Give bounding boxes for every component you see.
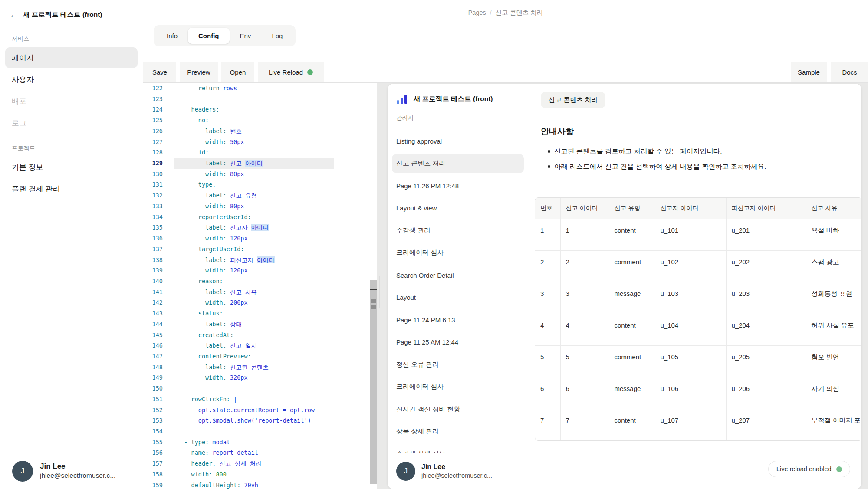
account-info[interactable]: J Jin Lee jhlee@selectfromuser.c... [0,453,143,489]
code-line[interactable]: 141 label: 신고 사유 [143,287,377,298]
code-line[interactable]: 127 width: 50px [143,137,377,148]
table-row[interactable]: 11contentu_101u_201욕설 비하 [535,219,861,250]
sidebar-item[interactable]: 페이지 [5,47,138,68]
save-button[interactable]: Save [143,62,176,82]
code-line[interactable]: 149 width: 320px [143,372,377,383]
code-line[interactable]: 145 createdAt: [143,330,377,341]
tab-config[interactable]: Config [188,28,229,44]
live-reload-button[interactable]: Live Reload [258,62,324,82]
notice-item: 신고된 콘텐츠를 검토하고 처리할 수 있는 페이지입니다. [541,147,766,156]
preview-menu-item[interactable]: 수강생 상세 정보 [392,444,524,453]
sidebar-item[interactable]: 사용자 [5,69,138,90]
code-line[interactable]: 134 reporterUserId: [143,212,377,223]
code-text: header: 신고 상세 처리 [174,458,334,469]
code-text: name: report-detail [174,447,334,458]
code-line[interactable]: 159 defaultHeight: 70vh [143,480,377,489]
code-line[interactable]: 140 reason: [143,276,377,287]
tab-env[interactable]: Env [230,28,262,44]
breadcrumb-section[interactable]: Pages [468,9,486,16]
sidebar-item[interactable]: 배포 [5,91,138,112]
code-line[interactable]: 144 label: 상태 [143,319,377,330]
preview-menu-item[interactable]: 실시간 객실 정비 현황 [392,400,524,419]
docs-button[interactable]: Docs [831,62,868,82]
code-line[interactable]: 150 [143,383,377,394]
user-email: jhlee@selectfromuser.c... [421,472,492,480]
code-line[interactable]: 148 label: 신고된 콘텐츠 [143,362,377,373]
table-row[interactable]: 66messageu_106u_206사기 의심 [535,377,861,409]
preview-menu-item[interactable]: 크리에이터 심사 [392,377,524,397]
table-row[interactable]: 22commentu_102u_202스팸 광고 [535,250,861,282]
sidebar-item[interactable]: 기본 정보 [5,157,138,177]
code-line[interactable]: 133 width: 80px [143,201,377,212]
tab-info[interactable]: Info [156,28,188,44]
preview-button[interactable]: Preview [180,62,218,82]
panel-resize-handle[interactable] [379,276,381,308]
preview-menu-item[interactable]: Listing approval [392,131,524,151]
preview-menu-item[interactable]: 수강생 관리 [392,221,524,240]
preview-menu-item[interactable]: 정산 오류 관리 [392,355,524,374]
table-cell: u_105 [655,345,726,377]
line-number: 154 [143,426,174,437]
breadcrumb-separator: / [490,9,492,16]
code-editor[interactable]: 122 return rows123124 headers:125 no:126… [143,83,377,489]
code-line[interactable]: 157 header: 신고 상세 처리 [143,458,377,469]
code-line[interactable]: 137 targetUserId: [143,244,377,255]
table-cell: 혐오 발언 [806,345,861,377]
preview-menu-item[interactable]: Search Order Detail [392,266,524,285]
preview-menu-item[interactable]: Page 11.25 AM 12:44 [392,333,524,352]
table-cell: 성희롱성 표현 [806,282,861,314]
code-line[interactable]: 142 width: 200px [143,297,377,308]
tab-log[interactable]: Log [261,28,293,44]
code-line[interactable]: 154 [143,426,377,437]
code-line[interactable]: 138 label: 피신고자 아이디 [143,255,377,266]
preview-account-info[interactable]: J Jin Lee jhlee@selectfromuser.c... [388,453,528,489]
preview-menu-item[interactable]: Page 11.24 PM 6:13 [392,310,524,329]
preview-menu-item[interactable]: Page 11.26 PM 12:48 [392,176,524,195]
code-line[interactable]: 126 label: 번호 [143,126,377,137]
code-line[interactable]: 156 name: report-detail [143,447,377,458]
open-button[interactable]: Open [221,62,254,82]
table-cell: content [609,314,655,345]
code-line[interactable]: 151 rowClickFn: | [143,394,377,405]
line-number: 156 [143,447,174,458]
preview-menu-item[interactable]: 상품 상세 관리 [392,422,524,441]
code-text: opt.$modal.show('report-detail') [174,415,334,426]
code-line[interactable]: 136 width: 120px [143,233,377,244]
code-line[interactable]: 129 label: 신고 아이디 [143,158,377,169]
table-row[interactable]: 33messageu_103u_203성희롱성 표현 [535,282,861,314]
table-cell: u_202 [726,250,806,282]
preview-menu-item[interactable]: 크리에이터 심사 [392,243,524,263]
code-line[interactable]: 153 opt.$modal.show('report-detail') [143,415,377,426]
table-row[interactable]: 44contentu_104u_204허위 사실 유포 [535,314,861,345]
code-line[interactable]: 131 type: [143,179,377,190]
preview-menu-item[interactable]: Layout & view [392,199,524,218]
code-line[interactable]: 146 label: 신고 일시 [143,340,377,351]
table-row[interactable]: 77contentu_107u_207부적절 이미지 포 [535,409,861,440]
back-arrow-icon[interactable]: ← [10,11,18,19]
table-cell: comment [609,250,655,282]
code-line[interactable]: 130 width: 80px [143,169,377,180]
code-line[interactable]: 125 no: [143,115,377,126]
table-cell: u_206 [726,377,806,409]
code-line[interactable]: 135 label: 신고자 아이디 [143,222,377,233]
sidebar-item[interactable]: 로그 [5,112,138,133]
code-line[interactable]: 122 return rows [143,83,377,94]
preview-menu-item[interactable]: 신고 콘텐츠 처리 [392,154,524,173]
code-line[interactable]: 155 - type: modal [143,437,377,448]
code-line[interactable]: 123 [143,94,377,105]
preview-app-header: 새 프로젝트 테스트 (front) [396,93,493,105]
code-line[interactable]: 147 contentPreview: [143,351,377,362]
code-line[interactable]: 139 width: 120px [143,265,377,276]
code-line[interactable]: 158 width: 800 [143,469,377,480]
sidebar-item[interactable]: 플랜 결제 관리 [5,178,138,199]
code-line[interactable]: 128 id: [143,147,377,158]
table-row[interactable]: 55commentu_105u_205혐오 발언 [535,345,861,377]
line-number: 149 [143,372,174,383]
line-number: 132 [143,190,174,201]
code-line[interactable]: 152 opt.state.currentReport = opt.row [143,405,377,416]
code-line[interactable]: 143 status: [143,308,377,319]
code-line[interactable]: 132 label: 신고 유형 [143,190,377,201]
code-line[interactable]: 124 headers: [143,104,377,115]
preview-menu-item[interactable]: Layout [392,288,524,307]
sample-button[interactable]: Sample [791,62,827,82]
